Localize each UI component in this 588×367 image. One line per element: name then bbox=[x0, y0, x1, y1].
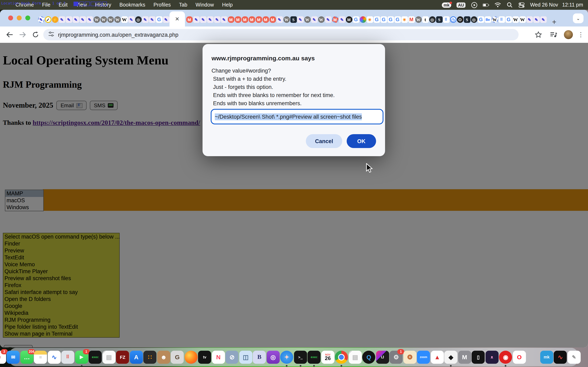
browser-tab[interactable]: ✎ bbox=[38, 13, 44, 26]
browser-tab[interactable]: W bbox=[304, 13, 311, 26]
dock-item[interactable]: ☻ bbox=[157, 350, 170, 364]
menu-item[interactable]: Help bbox=[218, 2, 237, 8]
browser-tab[interactable]: G bbox=[387, 13, 394, 26]
site-settings-icon[interactable] bbox=[48, 31, 54, 39]
dock-item[interactable]: O bbox=[513, 350, 526, 364]
browser-tab[interactable]: S bbox=[463, 13, 470, 26]
spotlight-search-icon[interactable] bbox=[506, 2, 513, 8]
browser-tab[interactable]: ◎ bbox=[135, 13, 142, 26]
browser-tab[interactable]: ✎ bbox=[276, 13, 283, 26]
dock-item[interactable]: ✦ bbox=[280, 350, 293, 364]
menu-item[interactable]: Window bbox=[191, 2, 218, 8]
browser-tab[interactable]: ✓ bbox=[44, 13, 52, 26]
dock-item[interactable]: ◫ bbox=[239, 350, 252, 364]
dock-item[interactable]: ▶ 1 bbox=[75, 350, 88, 364]
browser-tab[interactable]: M bbox=[241, 13, 248, 26]
browser-tab[interactable]: M bbox=[346, 13, 352, 26]
dock-item[interactable]: ≡ bbox=[34, 350, 47, 364]
browser-tab[interactable]: ✎ bbox=[540, 13, 547, 26]
browser-tab[interactable]: M bbox=[248, 13, 255, 26]
dock-item[interactable] bbox=[185, 350, 198, 364]
dock-item[interactable]: ▯ bbox=[472, 350, 485, 364]
cancel-button[interactable]: Cancel bbox=[306, 134, 342, 148]
browser-tab[interactable]: ✎ bbox=[163, 13, 169, 26]
browser-tab[interactable]: t bbox=[422, 13, 429, 26]
browser-tab[interactable]: W bbox=[318, 13, 325, 26]
browser-tab[interactable]: ✎ bbox=[65, 13, 72, 26]
dock-item[interactable]: exec bbox=[308, 350, 321, 364]
browser-tab[interactable]: M bbox=[227, 13, 234, 26]
browser-tab[interactable]: M bbox=[332, 13, 338, 26]
dock-item[interactable]: NOV 26 bbox=[321, 350, 334, 364]
dock-item[interactable]: tv bbox=[198, 350, 211, 364]
browser-tab[interactable]: ⠿ bbox=[443, 13, 450, 26]
dock-item[interactable]: A bbox=[130, 350, 143, 364]
battery-icon[interactable] bbox=[483, 2, 489, 8]
dock-item[interactable]: ◆ bbox=[444, 350, 458, 364]
browser-tab[interactable]: M bbox=[408, 13, 415, 26]
dock-item[interactable]: … 204 bbox=[20, 350, 34, 364]
browser-tab[interactable]: ✎ bbox=[338, 13, 346, 26]
dock-item[interactable]: mk bbox=[540, 350, 553, 364]
profile-avatar[interactable] bbox=[564, 30, 573, 39]
browser-tab[interactable]: G bbox=[505, 13, 512, 26]
browser-tab[interactable]: ✎ bbox=[214, 13, 221, 26]
dock-item[interactable]: exec bbox=[89, 350, 102, 364]
browser-tab[interactable]: ⠿ bbox=[498, 13, 505, 26]
browser-tab[interactable]: W bbox=[415, 13, 422, 26]
browser-tab[interactable]: W bbox=[491, 13, 498, 26]
control-center-icon[interactable] bbox=[518, 2, 525, 8]
media-controls-icon[interactable] bbox=[548, 29, 559, 40]
browser-tab[interactable]: W bbox=[121, 13, 128, 26]
input-source-indicator[interactable]: AU bbox=[457, 2, 466, 8]
ok-button[interactable]: OK bbox=[347, 134, 376, 148]
dock-item[interactable] bbox=[335, 350, 348, 364]
dock-item[interactable]: G bbox=[171, 350, 184, 364]
browser-tab[interactable]: ⚡ bbox=[52, 13, 58, 26]
browser-tab[interactable]: S bbox=[290, 13, 297, 26]
browser-tab[interactable]: ✎ bbox=[128, 13, 135, 26]
reload-button[interactable] bbox=[30, 29, 41, 40]
browser-tab[interactable]: ◷ bbox=[450, 13, 457, 26]
browser-tab[interactable]: W bbox=[107, 13, 114, 26]
browser-tab[interactable]: ✎ bbox=[79, 13, 86, 26]
browser-tab[interactable]: M bbox=[269, 13, 276, 26]
browser-tab[interactable]: G bbox=[380, 13, 387, 26]
dock-item[interactable]: M bbox=[458, 350, 471, 364]
address-bar[interactable]: rjmprogramming.com.au/open_extravaganza.… bbox=[43, 29, 519, 40]
browser-tab[interactable] bbox=[359, 13, 366, 26]
close-tab-icon[interactable]: ✕ bbox=[175, 16, 180, 22]
browser-tab[interactable]: ✎ bbox=[58, 13, 65, 26]
browser-tab[interactable]: ✎ bbox=[207, 13, 214, 26]
menu-item[interactable]: Bookmarks bbox=[115, 2, 149, 8]
menu-item[interactable]: Tab bbox=[175, 2, 191, 8]
dock-item[interactable]: ⚙ 1 bbox=[390, 350, 403, 364]
browser-tab[interactable]: G bbox=[477, 13, 484, 26]
dock-item[interactable]: IJ bbox=[376, 350, 389, 364]
browser-tab[interactable]: ✎ bbox=[142, 13, 149, 26]
browser-tab[interactable]: ✎ bbox=[221, 13, 227, 26]
dock-item[interactable]: >_ bbox=[294, 350, 307, 364]
browser-tab[interactable]: ✎ bbox=[297, 13, 304, 26]
browser-tab[interactable]: ✎ bbox=[149, 13, 156, 26]
dock-item[interactable]: ✉ bbox=[7, 350, 20, 364]
menu-bar-clock[interactable]: Wed 26 Nov12:11 pm bbox=[530, 2, 583, 8]
dock-item[interactable]: ▤ bbox=[103, 350, 116, 364]
close-window-button[interactable] bbox=[8, 16, 13, 20]
wifi-icon[interactable] bbox=[494, 2, 501, 8]
browser-tab[interactable]: ✎ bbox=[533, 13, 540, 26]
dock-item[interactable]: ◉ bbox=[499, 350, 512, 364]
dock-item[interactable]: FZ bbox=[116, 350, 129, 364]
browser-tab[interactable]: M bbox=[186, 13, 193, 26]
url-text[interactable]: rjmprogramming.com.au/open_extravaganza.… bbox=[58, 32, 178, 38]
browser-tab[interactable]: M bbox=[255, 13, 262, 26]
dock-item[interactable]: B bbox=[253, 350, 266, 364]
dock-item[interactable]: ∷ bbox=[144, 350, 156, 364]
browser-tab[interactable]: ✎ bbox=[193, 13, 200, 26]
browser-tab[interactable]: W bbox=[93, 13, 100, 26]
browser-tab[interactable]: W bbox=[114, 13, 121, 26]
browser-tab[interactable]: ✳ bbox=[401, 13, 408, 26]
dock-item[interactable]: ᴥ bbox=[485, 350, 499, 364]
browser-tab[interactable]: ✳ bbox=[366, 13, 373, 26]
browser-tab[interactable]: G bbox=[394, 13, 401, 26]
